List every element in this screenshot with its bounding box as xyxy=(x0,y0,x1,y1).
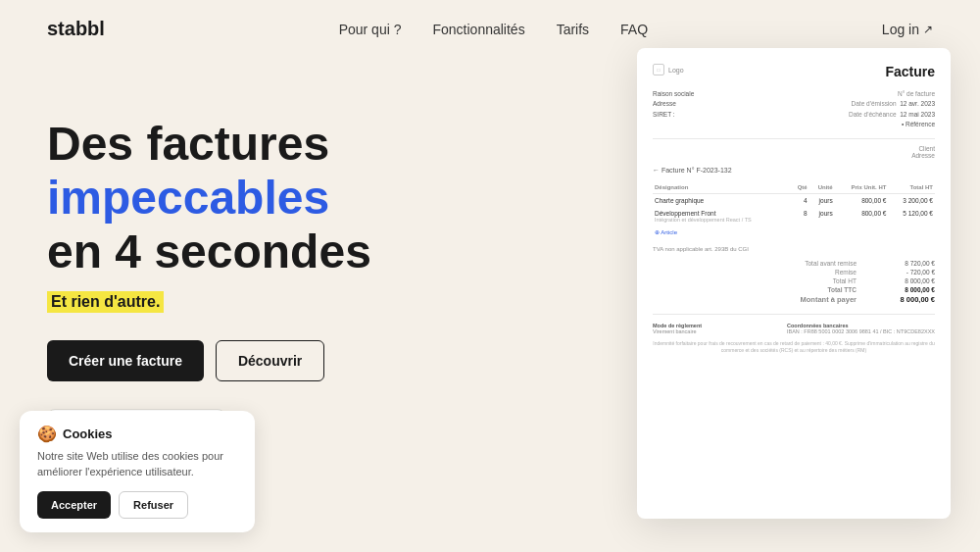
table-row: Charte graphique 4 jours 800,00 € 3 200,… xyxy=(653,193,935,207)
table-row: Développement Front Intégration et dével… xyxy=(653,207,935,226)
total-avant-remise: Total avant remise 8 720,00 € xyxy=(778,260,935,267)
invoice-totals: Total avant remise 8 720,00 € Remise - 7… xyxy=(653,260,935,304)
invoice-footer: Mode de règlement Virement bancaire Coor… xyxy=(653,323,935,334)
cookie-title: Cookies xyxy=(63,427,113,441)
nav-fonctionnalites[interactable]: Fonctionnalités xyxy=(432,22,524,37)
invoice-preview: □ Logo Facture Raison sociale Adresse SI… xyxy=(637,48,951,519)
hero-buttons: Créer une facture Découvrir xyxy=(47,340,498,381)
col-unite: Unité xyxy=(809,181,835,194)
cookie-header: 🍪 Cookies xyxy=(37,425,237,443)
discover-button[interactable]: Découvrir xyxy=(216,340,324,381)
nav-tarifs[interactable]: Tarifs xyxy=(557,22,589,37)
login-arrow-icon: ↗ xyxy=(923,23,933,36)
montant-a-payer: Montant à payer 8 000,00 € xyxy=(778,295,935,304)
logo[interactable]: stabbl xyxy=(47,18,105,40)
col-prix: Prix Unit. HT xyxy=(835,181,889,194)
cookie-banner: 🍪 Cookies Notre site Web utilise des coo… xyxy=(20,411,255,532)
total-ttc: Total TTC 8 000,00 € xyxy=(778,286,935,293)
total-remise: Remise - 720,00 € xyxy=(778,269,935,276)
hero-subtitle: Et rien d'autre. xyxy=(47,291,164,313)
invoice-meta-right: N° de facture Date d'émission 12 avr. 20… xyxy=(849,89,935,130)
cookie-refuse-button[interactable]: Refuser xyxy=(119,491,188,519)
col-total: Total HT xyxy=(888,181,935,194)
create-invoice-button[interactable]: Créer une facture xyxy=(47,340,204,381)
hero-title: Des factures impeccables en 4 secondes xyxy=(47,117,498,279)
invoice-client: Client Adresse xyxy=(653,145,935,159)
cookie-icon: 🍪 xyxy=(37,425,57,443)
invoice-footer-note: Indemnité forfaitaire pour frais de reco… xyxy=(653,340,935,354)
cookie-buttons: Accepter Refuser xyxy=(37,491,237,519)
invoice-table: Désignation Qté Unité Prix Unit. HT Tota… xyxy=(653,181,935,238)
invoice-title: Facture xyxy=(885,64,935,79)
nav-pour-qui[interactable]: Pour qui ? xyxy=(339,22,402,37)
invoice-bank-coords: Coordonnées bancaires IBAN : FR88 5001 0… xyxy=(787,323,935,334)
col-qte: Qté xyxy=(791,181,809,194)
invoice-logo-icon: □ xyxy=(653,64,664,75)
add-article-row[interactable]: ⊕ Article xyxy=(653,226,935,238)
hero-content: Des factures impeccables en 4 secondes E… xyxy=(47,87,498,450)
col-designation: Désignation xyxy=(653,181,791,194)
invoice-meta: Raison sociale Adresse SIRET : N° de fac… xyxy=(653,89,935,130)
login-button[interactable]: Log in ↗ xyxy=(882,22,933,37)
cookie-accept-button[interactable]: Accepter xyxy=(37,491,111,519)
invoice-logo: □ Logo xyxy=(653,64,684,75)
nav-faq[interactable]: FAQ xyxy=(620,22,648,37)
total-ht: Total HT 8 000,00 € xyxy=(778,277,935,284)
invoice-header: □ Logo Facture xyxy=(653,64,935,79)
nav-links: Pour qui ? Fonctionnalités Tarifs FAQ xyxy=(339,22,648,37)
cookie-text: Notre site Web utilise des cookies pour … xyxy=(37,449,237,479)
tva-note: TVA non applicable art. 293B du CGI xyxy=(653,246,935,252)
invoice-ref: ← Facture N° F-2023-132 xyxy=(653,167,935,174)
hero-section: Des factures impeccables en 4 secondes E… xyxy=(0,58,980,450)
navbar: stabbl Pour qui ? Fonctionnalités Tarifs… xyxy=(0,0,980,58)
invoice-payment-mode: Mode de règlement Virement bancaire xyxy=(653,323,702,334)
invoice-sender: Raison sociale Adresse SIRET : xyxy=(653,89,694,130)
